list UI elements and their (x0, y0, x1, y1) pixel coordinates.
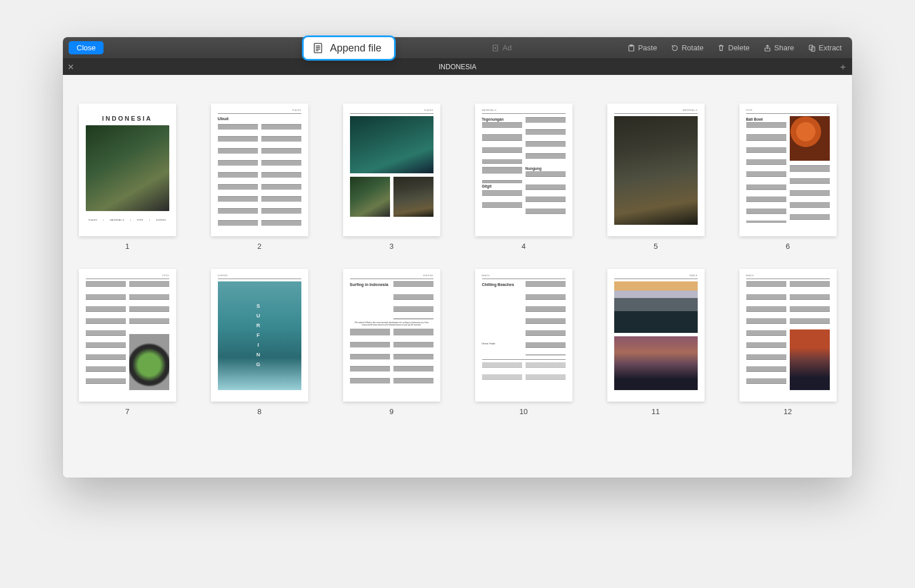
page8-image: SURFING (218, 281, 301, 390)
extract-label: Extract (819, 43, 842, 52)
page1-title: INDONESIA (86, 115, 169, 122)
close-tab-button[interactable]: ✕ (67, 62, 74, 71)
append-file-highlight[interactable]: Append file (302, 35, 396, 61)
page6-image (790, 116, 830, 161)
page-number: 11 (651, 407, 659, 416)
page8-overlay-text: SURFING (218, 281, 301, 390)
document-tabbar: ✕ INDONESIA ＋ (63, 59, 852, 75)
page6-section: FOOD (746, 109, 830, 112)
page-number: 6 (786, 242, 790, 251)
page-number: 10 (519, 407, 527, 416)
page11-image-b (614, 336, 698, 390)
page2-heading: Ubud (218, 116, 301, 121)
page3-section: PLACES (350, 109, 433, 112)
page-thumbnail[interactable]: PLACES 3 (336, 104, 447, 251)
share-icon (763, 44, 771, 52)
page4-section: WATERFALLS (482, 109, 566, 112)
delete-button[interactable]: Delete (713, 43, 754, 52)
thumbnail-grid: INDONESIA PLACES| WATERFALLS| FOOD| SURF… (63, 75, 852, 478)
append-file-icon (312, 42, 324, 54)
page12-section: BEACH (746, 275, 830, 277)
extract-button[interactable]: Extract (803, 43, 846, 52)
page-thumbnail[interactable]: BEACH 12 (733, 269, 843, 416)
page9-section: SURFING (350, 275, 433, 277)
page9-callout: The island of Bali is the most touristic… (353, 321, 430, 327)
document-title: INDONESIA (439, 63, 476, 71)
page6-heading: Bali Bowl (746, 117, 786, 121)
add-label: Ad (503, 43, 512, 52)
page10-caption: Uluwatu Temple (482, 343, 522, 345)
extract-icon (808, 44, 816, 52)
page7-section: FOOD (86, 275, 169, 277)
page-number: 7 (125, 407, 129, 416)
page5-section: WATERFALLS (614, 109, 698, 112)
page-number: 3 (389, 242, 393, 251)
page4-h1: Tegenungan (482, 117, 522, 121)
page10-heading: Chilling Beaches (482, 283, 522, 287)
paste-icon (627, 44, 635, 52)
page-thumbnail[interactable]: FOOD Bali Bowl 6 (733, 104, 843, 251)
page11-image-a (614, 281, 698, 333)
page10-section: BEACH (482, 275, 566, 277)
page8-section: SURFING (218, 275, 301, 277)
page-thumbnail[interactable]: BEACH Chilling Beaches Uluwatu Temple 10 (468, 269, 579, 416)
add-icon (492, 44, 500, 52)
app-window: Close Ad Paste Rotate Delete Share Extra… (63, 37, 852, 478)
page9-heading: Surfing in Indonesia (350, 283, 390, 287)
page-number: 9 (389, 407, 393, 416)
new-tab-button[interactable]: ＋ (838, 61, 848, 73)
rotate-label: Rotate (682, 43, 703, 52)
paste-button[interactable]: Paste (623, 43, 662, 52)
page1-cover-image (86, 125, 169, 211)
page-thumbnail[interactable]: INDONESIA PLACES| WATERFALLS| FOOD| SURF… (72, 104, 182, 251)
page3-image-b (393, 177, 433, 217)
paste-label: Paste (638, 43, 657, 52)
rotate-button[interactable]: Rotate (666, 43, 708, 52)
close-button[interactable]: Close (69, 41, 104, 54)
add-button[interactable]: Ad (487, 43, 516, 52)
page4-h2: Gitgit (482, 184, 522, 188)
share-button[interactable]: Share (759, 43, 799, 52)
page-number: 2 (257, 242, 261, 251)
toolbar: Close Ad Paste Rotate Delete Share Extra… (63, 37, 852, 59)
page-thumbnail[interactable]: WATERFALLS 5 (600, 104, 711, 251)
rotate-icon (671, 44, 679, 52)
page-thumbnail[interactable]: FOOD 7 (72, 269, 182, 416)
page4-h3: Nungung (526, 166, 566, 170)
page1-tabs: PLACES| WATERFALLS| FOOD| SURFING (86, 219, 169, 221)
page-thumbnail[interactable]: SURFING SURFING 8 (204, 269, 315, 416)
page3-image-a (350, 177, 390, 217)
page5-image (614, 116, 698, 225)
delete-label: Delete (728, 43, 750, 52)
svg-rect-6 (315, 43, 322, 53)
page-number: 1 (125, 242, 129, 251)
page12-image (790, 329, 830, 390)
page-number: 5 (654, 242, 658, 251)
page7-image (129, 334, 169, 390)
page-thumbnail[interactable]: WATERFALLS Tegenungan Gitgit Nungung (468, 104, 579, 251)
page-number: 12 (783, 407, 791, 416)
page-number: 4 (522, 242, 526, 251)
append-file-label: Append file (330, 42, 381, 54)
page3-image-main (350, 116, 433, 173)
page11-section: BEACH (614, 275, 698, 277)
page-thumbnail[interactable]: BEACH 11 (600, 269, 711, 416)
page2-section: PLACES (218, 109, 301, 112)
share-label: Share (774, 43, 794, 52)
page-number: 8 (257, 407, 261, 416)
page-thumbnail[interactable]: PLACES Ubud 2 (204, 104, 315, 251)
delete-icon (717, 44, 725, 52)
page-thumbnail[interactable]: SURFING Surfing in Indonesia The island … (336, 269, 447, 416)
